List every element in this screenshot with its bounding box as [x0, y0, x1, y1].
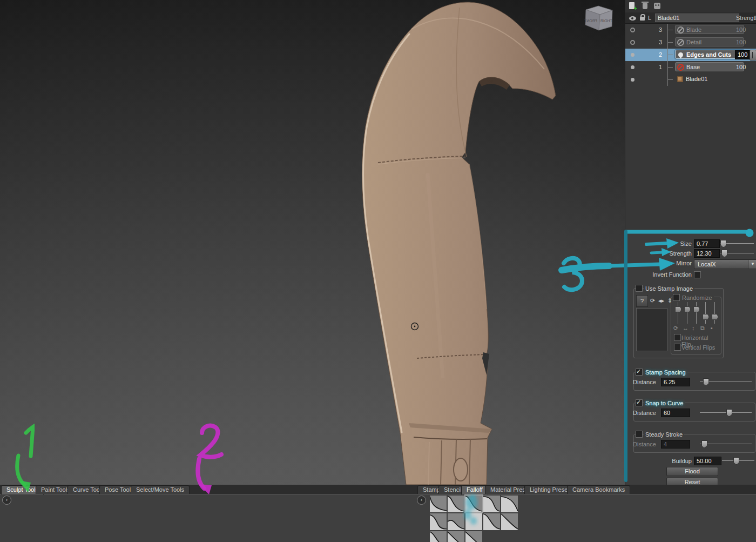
- stamp-spacing-checkbox[interactable]: [636, 369, 643, 376]
- randomize-slider[interactable]: [693, 302, 699, 324]
- view-cube-front-label: FRONT: [584, 19, 597, 23]
- layer-strength-value: 100: [736, 64, 754, 70]
- falloff-preset-2[interactable]: [448, 496, 464, 512]
- layer-visibility-toggle[interactable]: [631, 78, 634, 82]
- randomize-slider[interactable]: [684, 302, 690, 324]
- steady-stroke-checkbox[interactable]: [636, 431, 643, 438]
- layer-set-name-field[interactable]: Blade01: [655, 14, 739, 22]
- mask-layer-button[interactable]: [653, 2, 662, 11]
- falloff-preset-8[interactable]: [465, 513, 482, 530]
- delete-layer-button[interactable]: [641, 2, 650, 11]
- slider-handle[interactable]: [733, 457, 739, 465]
- layer-name-label: Blade: [686, 26, 701, 33]
- viewport-3d[interactable]: FRONT RIGHT: [0, 0, 625, 486]
- stamp-spacing-field[interactable]: 6.25: [661, 378, 690, 386]
- size-slider[interactable]: [720, 239, 754, 247]
- randomize-stop-icon[interactable]: ▪: [711, 325, 713, 331]
- layer-row[interactable]: 3Blade100: [625, 24, 756, 36]
- randomize-rotate-icon[interactable]: ⟳: [673, 325, 678, 331]
- randomize-image-icon[interactable]: ⧉: [700, 325, 705, 331]
- layer-row[interactable]: 2Edges and Cuts100: [625, 49, 756, 61]
- layer-number: 1: [657, 64, 664, 70]
- use-stamp-image-checkbox[interactable]: [636, 285, 643, 292]
- horizontal-flip-checkbox[interactable]: [674, 334, 681, 341]
- new-layer-button[interactable]: [629, 2, 638, 11]
- falloff-preset-6[interactable]: [430, 513, 447, 530]
- buildup-slider[interactable]: [722, 457, 754, 464]
- steady-stroke-slider[interactable]: [700, 440, 752, 447]
- falloff-curve-thumb: [501, 513, 518, 530]
- randomize-vrange-icon[interactable]: ↕: [692, 325, 695, 331]
- falloff-preset-3[interactable]: [465, 496, 482, 512]
- randomize-slider[interactable]: [712, 302, 717, 324]
- size-field[interactable]: 0.77: [694, 239, 720, 248]
- strength-label: Strength: [658, 250, 692, 257]
- snap-to-curve-field[interactable]: 60: [661, 409, 690, 417]
- drop-glyph: [677, 51, 684, 58]
- layer-visibility-toggle[interactable]: [631, 53, 634, 57]
- snap-to-curve-slider[interactable]: [700, 409, 752, 416]
- falloff-preset-11[interactable]: [430, 531, 447, 542]
- stamp-picker-button[interactable]: ?: [636, 295, 648, 307]
- tool-tray-expander[interactable]: ›: [2, 496, 11, 505]
- strength-field[interactable]: 12.30: [694, 249, 720, 258]
- randomize-slider[interactable]: [675, 302, 680, 324]
- stamp-spacing-slider[interactable]: [700, 378, 752, 385]
- falloff-preset-10[interactable]: [501, 513, 518, 530]
- sculpt-scene: FRONT RIGHT: [0, 0, 625, 485]
- layer-name-pill[interactable]: Base: [675, 62, 744, 71]
- layer-row[interactable]: 3Detail100: [625, 36, 756, 49]
- reset-button[interactable]: Reset: [666, 478, 718, 485]
- slider-handle[interactable]: [720, 240, 726, 247]
- layer-name-pill[interactable]: Edges and Cuts: [675, 50, 744, 59]
- layer-name-pill[interactable]: Blade: [675, 25, 744, 34]
- randomize-checkbox[interactable]: [673, 294, 680, 301]
- slider-handle[interactable]: [701, 440, 707, 448]
- list-column-label: L: [648, 15, 654, 21]
- flood-button[interactable]: Flood: [666, 467, 718, 476]
- falloff-preset-13[interactable]: [465, 531, 482, 542]
- strength-column-label: Strength: [736, 15, 756, 21]
- tab-falloff[interactable]: Falloff: [461, 485, 488, 494]
- layer-name-label: Detail: [686, 39, 701, 45]
- tab-select-move-tools[interactable]: Select/Move Tools: [131, 485, 190, 494]
- randomize-label: Randomize: [680, 295, 714, 301]
- randomize-hrange-icon[interactable]: ↔: [683, 325, 688, 331]
- layer-visibility-toggle[interactable]: [631, 65, 634, 69]
- falloff-curve-thumb: [483, 496, 500, 512]
- stamp-hflip-icon[interactable]: ◂▸: [658, 297, 664, 304]
- drop-layer-icon: [677, 51, 684, 58]
- tab-camera-bookmarks[interactable]: Camera Bookmarks: [567, 485, 630, 494]
- layer-strength-handle[interactable]: [750, 50, 756, 61]
- buildup-field[interactable]: 50.00: [694, 457, 721, 465]
- layer-row[interactable]: Blade01: [625, 73, 756, 86]
- layer-visibility-toggle[interactable]: [630, 28, 635, 32]
- falloff-preset-4[interactable]: [483, 496, 500, 512]
- randomize-slider[interactable]: [703, 302, 708, 324]
- snap-to-curve-checkbox[interactable]: [636, 399, 643, 406]
- mirror-dropdown[interactable]: LocalX ▼: [694, 259, 756, 269]
- falloff-preset-12[interactable]: [448, 531, 464, 542]
- layer-name-pill[interactable]: Detail: [675, 37, 744, 46]
- falloff-preset-9[interactable]: [483, 513, 500, 530]
- layer-tree-line: [667, 73, 675, 86]
- strength-slider[interactable]: [720, 249, 754, 257]
- stamp-rotate-icon[interactable]: ⟳: [650, 297, 655, 304]
- slider-handle[interactable]: [726, 409, 732, 417]
- view-cube-right-label: RIGHT: [600, 19, 613, 23]
- falloff-preset-7[interactable]: [448, 513, 464, 530]
- layer-name-pill[interactable]: Blade01: [675, 75, 744, 84]
- slider-handle[interactable]: [721, 250, 727, 257]
- vertical-flips-checkbox[interactable]: [674, 344, 681, 351]
- slider-handle[interactable]: [703, 378, 709, 386]
- falloff-preset-1[interactable]: [430, 496, 447, 512]
- falloff-preset-5[interactable]: [501, 496, 518, 512]
- layer-row[interactable]: 1Base100: [625, 61, 756, 73]
- layer-visibility-toggle[interactable]: [630, 40, 635, 45]
- layers-toolbar: [625, 0, 756, 12]
- preset-tray-expander[interactable]: ›: [417, 496, 426, 505]
- grip-rivet: [454, 458, 468, 481]
- layer-number: 3: [657, 39, 664, 45]
- steady-stroke-field[interactable]: 4: [661, 440, 690, 449]
- invert-function-checkbox[interactable]: [694, 271, 701, 278]
